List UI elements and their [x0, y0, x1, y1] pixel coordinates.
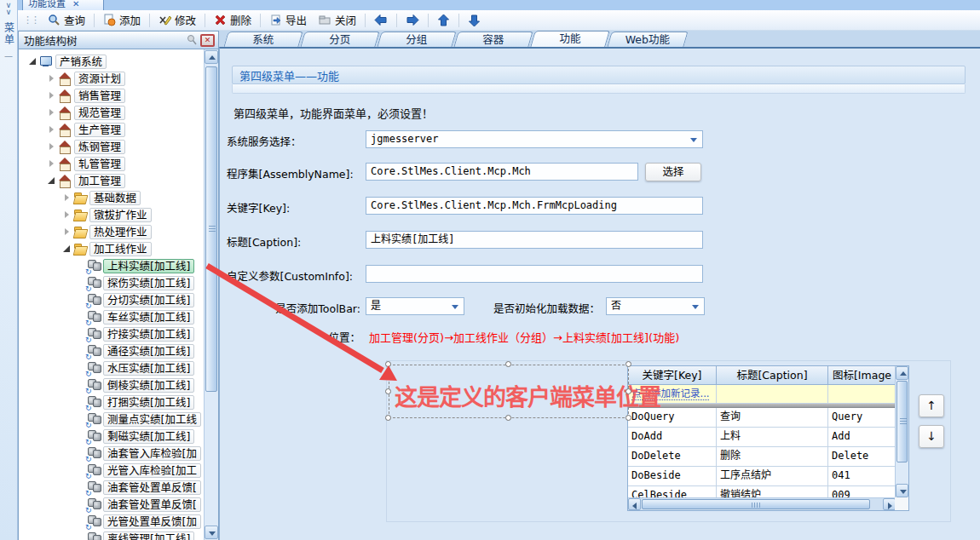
- tab-container[interactable]: 容器: [453, 32, 533, 47]
- grid-header-caption[interactable]: 标题[Caption]: [717, 366, 828, 385]
- tree-node[interactable]: 规范管理: [19, 104, 203, 121]
- tree-panel-close-icon[interactable]: ✕: [200, 34, 215, 47]
- tree-scrollbar-thumb[interactable]: [205, 66, 217, 392]
- selection-handle[interactable]: [625, 361, 631, 367]
- tree-node[interactable]: 销售管理: [19, 87, 203, 104]
- tab-page[interactable]: 分页: [300, 32, 379, 47]
- doc-tab-function-setting[interactable]: 功能设置 ✕: [22, 0, 104, 10]
- tree-node[interactable]: ↻拧接实绩[加工线]: [19, 325, 203, 342]
- tree-node[interactable]: ↻探伤实绩[加工线]: [19, 274, 203, 291]
- tree-node[interactable]: 加工管理: [19, 172, 203, 189]
- tree-node[interactable]: 产销系统: [19, 53, 203, 70]
- expand-closed-icon[interactable]: [46, 90, 57, 101]
- grid-row[interactable]: DoAdd 上料 Add: [628, 428, 908, 447]
- tree-node-selected[interactable]: ↻上料实绩[加工线]: [19, 257, 203, 274]
- caption-input[interactable]: 上料实绩[加工线]: [366, 231, 703, 249]
- key-input[interactable]: Core.StlMes.Client.Mcp.Mch.FrmMcpLoading: [366, 197, 703, 215]
- move-down-button[interactable]: ↓: [919, 425, 944, 448]
- tree-node[interactable]: ↻油套管入库检验[加: [19, 445, 203, 462]
- tree-node[interactable]: ↻离线管理[加工线]: [19, 530, 203, 540]
- assembly-select-button[interactable]: 选择: [645, 163, 701, 181]
- service-select[interactable]: jgmesserver: [366, 130, 703, 148]
- tree-node[interactable]: 资源计划: [19, 70, 203, 87]
- tree-node[interactable]: ↻油套管处置单反馈[: [19, 496, 203, 513]
- init-load-select[interactable]: 否: [606, 297, 705, 315]
- tree-node[interactable]: ↻光管处置单反馈[加: [19, 513, 203, 530]
- tab-function[interactable]: 功能: [530, 31, 609, 47]
- tree-node[interactable]: 生产管理: [19, 121, 203, 138]
- expand-closed-icon[interactable]: [61, 192, 72, 204]
- grid-row[interactable]: DoQuery 查询 Query: [628, 408, 908, 428]
- grid-vertical-scrollbar[interactable]: [895, 366, 908, 497]
- expand-open-icon[interactable]: [27, 56, 38, 67]
- tab-system[interactable]: 系统: [223, 32, 303, 47]
- selection-handle[interactable]: [385, 388, 391, 394]
- tree-node[interactable]: 镦拔扩作业: [19, 206, 203, 223]
- selection-handle[interactable]: [625, 415, 631, 421]
- tree-node[interactable]: ↻打捆实绩[加工线]: [19, 394, 203, 411]
- tree-vertical-scrollbar[interactable]: [204, 49, 218, 540]
- export-button[interactable]: 导出: [263, 10, 313, 30]
- selection-handle[interactable]: [625, 388, 631, 394]
- toolbar-flag-select[interactable]: 是: [366, 297, 464, 315]
- position-label: 位置：: [227, 329, 360, 345]
- scroll-left-icon[interactable]: [628, 498, 641, 510]
- tab-group[interactable]: 分组: [377, 32, 456, 47]
- selection-handle[interactable]: [385, 361, 391, 367]
- tree-node[interactable]: ↻通径实绩[加工线]: [19, 342, 203, 359]
- expand-closed-icon[interactable]: [46, 158, 57, 169]
- tree-node[interactable]: 炼钢管理: [19, 138, 203, 155]
- custom-info-input[interactable]: [366, 265, 703, 283]
- grid-row[interactable]: DoBeside 工序点结炉 041: [628, 467, 908, 486]
- pin-icon[interactable]: [186, 34, 198, 46]
- tree-node[interactable]: ↻水压实绩[加工线]: [19, 359, 203, 376]
- nav-back-button[interactable]: [368, 12, 394, 28]
- scroll-down-icon[interactable]: [205, 526, 218, 539]
- tree-node[interactable]: 加工线作业: [19, 240, 203, 257]
- assembly-input[interactable]: Core.StlMes.Client.Mcp.Mch: [366, 163, 638, 181]
- selection-handle[interactable]: [505, 415, 511, 421]
- nav-forward-button[interactable]: [400, 12, 425, 28]
- grid-hscrollbar-thumb[interactable]: [642, 499, 870, 509]
- expand-open-icon[interactable]: [61, 244, 72, 255]
- selection-handle[interactable]: [505, 361, 511, 367]
- expand-closed-icon[interactable]: [46, 141, 57, 152]
- nav-down-button[interactable]: [462, 12, 487, 29]
- expand-open-icon[interactable]: [46, 175, 57, 187]
- selection-handle[interactable]: [385, 415, 391, 421]
- tree-node[interactable]: 热处理作业: [19, 223, 203, 240]
- grid-row[interactable]: DoDelete 删除 Delete: [628, 447, 908, 467]
- delete-button[interactable]: 删除: [208, 10, 257, 30]
- tree-node[interactable]: ↻倒棱实绩[加工线]: [19, 376, 203, 394]
- tree-node[interactable]: ↻分切实绩[加工线]: [19, 291, 203, 308]
- tree-node[interactable]: ↻车丝实绩[加工线]: [19, 308, 203, 325]
- tree-node[interactable]: 轧管管理: [19, 155, 203, 172]
- expand-closed-icon[interactable]: [46, 124, 57, 135]
- tree-node[interactable]: ↻光管入库检验[加工: [19, 462, 203, 479]
- edit-button[interactable]: 修改: [153, 10, 202, 30]
- scroll-down-icon[interactable]: [896, 484, 908, 497]
- move-up-button[interactable]: ↑: [919, 394, 944, 417]
- expand-closed-icon[interactable]: [61, 227, 72, 238]
- collapsed-menu-strip[interactable]: ∨∨ 菜单 —: [0, 0, 18, 540]
- tree-node[interactable]: ↻油套管处置单反馈[: [19, 479, 203, 496]
- grid-header-image[interactable]: 图标[Image: [828, 366, 896, 385]
- nav-up-button[interactable]: [431, 12, 456, 29]
- grid-new-row[interactable]: 点击添加新记录...: [628, 385, 908, 404]
- close-button[interactable]: 关闭: [313, 10, 362, 30]
- grid-scrollbar-thumb[interactable]: [896, 381, 908, 462]
- scroll-right-icon[interactable]: [883, 498, 896, 510]
- scroll-up-icon[interactable]: [205, 50, 218, 64]
- add-button[interactable]: 添加: [97, 10, 147, 30]
- doc-tab-close-icon[interactable]: ✕: [72, 0, 79, 10]
- expand-closed-icon[interactable]: [46, 107, 57, 118]
- expand-closed-icon[interactable]: [61, 210, 72, 221]
- scroll-up-icon[interactable]: [896, 366, 908, 380]
- expand-closed-icon[interactable]: [46, 73, 57, 84]
- query-button[interactable]: 查询: [42, 10, 91, 30]
- tree-node[interactable]: ↻测量点实绩[加工线: [19, 411, 203, 428]
- tree-node[interactable]: ↻剩磁实绩[加工线]: [19, 428, 203, 445]
- tree-node[interactable]: 基础数据: [19, 189, 203, 206]
- grid-horizontal-scrollbar[interactable]: [628, 497, 896, 510]
- tab-web-function[interactable]: Web功能: [607, 32, 688, 47]
